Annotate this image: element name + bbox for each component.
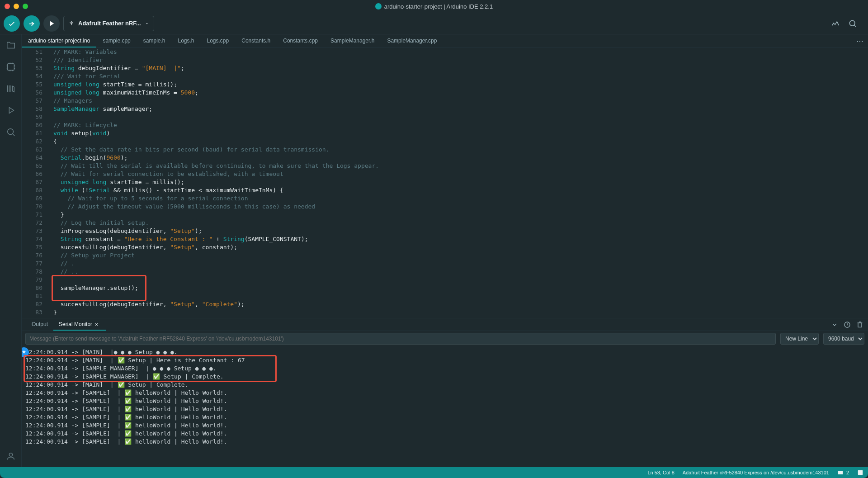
- verify-button[interactable]: [4, 15, 20, 32]
- bottom-panel: OutputSerial Monitor× New Line 9600 baud: [22, 318, 868, 467]
- usb-icon: [68, 20, 75, 27]
- sidebar-account[interactable]: [5, 450, 17, 463]
- baud-rate-select[interactable]: 9600 baud: [823, 333, 864, 345]
- line-ending-select[interactable]: New Line: [780, 333, 819, 345]
- serial-output-line: 12:24:00.914 -> [SAMPLE] | ✅ helloWorld …: [25, 397, 864, 405]
- tab-constants-cpp[interactable]: Constants.cpp: [277, 34, 324, 47]
- window-title-text: arduino-starter-project | Arduino IDE 2.…: [384, 3, 493, 10]
- serial-output-line: 12:24:00.914 -> [SAMPLE MANAGER] | ● ● ●…: [25, 364, 864, 373]
- debug-button[interactable]: [43, 15, 60, 32]
- tab-constants-h[interactable]: Constants.h: [235, 34, 277, 47]
- tab-sample-cpp[interactable]: sample.cpp: [96, 34, 137, 47]
- serial-output[interactable]: 12:24:00.914 -> [MAIN] |● ● ● Setup ● ● …: [22, 346, 868, 467]
- panel-tab-serial-monitor[interactable]: Serial Monitor×: [53, 318, 106, 331]
- tab-logs-cpp[interactable]: Logs.cpp: [201, 34, 236, 47]
- serial-output-line: 12:24:00.914 -> [SAMPLE MANAGER] | ✅ Set…: [25, 373, 864, 381]
- traffic-lights: [5, 4, 28, 9]
- svg-rect-6: [858, 470, 863, 475]
- serial-output-line: 12:24:00.914 -> [MAIN] | ✅ Setup | Compl…: [25, 381, 864, 389]
- arduino-icon: [375, 3, 382, 9]
- chevron-down-icon: [145, 21, 149, 26]
- minimize-window-button[interactable]: [14, 4, 19, 9]
- activity-sidebar: [0, 34, 22, 467]
- window-title: arduino-starter-project | Arduino IDE 2.…: [375, 3, 493, 10]
- toolbar: Adafruit Feather nRF...: [0, 13, 868, 34]
- sidebar-library-manager[interactable]: [5, 82, 17, 95]
- status-board-info[interactable]: Adafruit Feather nRF52840 Express on /de…: [683, 470, 829, 475]
- board-selector-label: Adafruit Feather nRF...: [78, 20, 141, 27]
- svg-point-2: [7, 129, 13, 135]
- statusbar: Ln 53, Col 8 Adafruit Feather nRF52840 E…: [0, 467, 868, 478]
- serial-output-line: 12:24:00.914 -> [SAMPLE] | ✅ helloWorld …: [25, 405, 864, 413]
- close-window-button[interactable]: [5, 4, 10, 9]
- status-cursor-position: Ln 53, Col 8: [647, 470, 674, 475]
- serial-output-line: 12:24:00.914 -> [SAMPLE] | ✅ helloWorld …: [25, 430, 864, 438]
- serial-output-line: 12:24:00.914 -> [MAIN] |● ● ● Setup ● ● …: [25, 348, 864, 356]
- sidebar-debug[interactable]: [5, 104, 17, 117]
- sidebar-boards-manager[interactable]: [5, 61, 17, 73]
- tab-samplemanager-cpp[interactable]: SampleManager.cpp: [381, 34, 443, 47]
- serial-output-line: 12:24:00.914 -> [SAMPLE] | ✅ helloWorld …: [25, 413, 864, 421]
- serial-output-line: 12:24:00.914 -> [SAMPLE] | ✅ helloWorld …: [25, 438, 864, 446]
- svg-point-3: [9, 453, 12, 456]
- svg-point-0: [849, 20, 855, 26]
- board-selector[interactable]: Adafruit Feather nRF...: [63, 16, 154, 31]
- tab-logs-h[interactable]: Logs.h: [171, 34, 200, 47]
- sidebar-search[interactable]: [5, 126, 17, 138]
- upload-button[interactable]: [24, 15, 40, 32]
- serial-plotter-button[interactable]: [829, 17, 842, 30]
- titlebar: arduino-starter-project | Arduino IDE 2.…: [0, 0, 868, 13]
- panel-clear-output[interactable]: [855, 320, 864, 329]
- editor-tabs: arduino-starter-project.inosample.cppsam…: [22, 34, 868, 48]
- serial-output-line: 12:24:00.914 -> [MAIN] | ✅ Setup | Here …: [25, 356, 864, 364]
- svg-rect-1: [7, 64, 14, 71]
- close-icon[interactable]: ×: [95, 322, 100, 327]
- sidebar-sketchbook[interactable]: [5, 39, 17, 52]
- serial-message-input[interactable]: [25, 333, 776, 345]
- tabs-more-button[interactable]: ⋯: [856, 37, 863, 46]
- serial-output-line: 12:24:00.914 -> [SAMPLE] | ✅ helloWorld …: [25, 421, 864, 430]
- tab-sample-h[interactable]: sample.h: [137, 34, 172, 47]
- svg-rect-5: [838, 471, 843, 474]
- serial-monitor-button[interactable]: [846, 17, 859, 30]
- code-editor[interactable]: 5152535455565758596061626364656667686970…: [22, 48, 868, 318]
- panel-tabs: OutputSerial Monitor×: [22, 318, 868, 331]
- status-notifications[interactable]: 2: [837, 469, 849, 476]
- serial-output-line: 12:24:00.914 -> [SAMPLE] | ✅ helloWorld …: [25, 389, 864, 397]
- maximize-window-button[interactable]: [23, 4, 28, 9]
- panel-toggle-autoscroll[interactable]: [830, 320, 839, 329]
- status-close-panel[interactable]: [857, 469, 863, 476]
- panel-tab-output[interactable]: Output: [26, 318, 53, 331]
- tab-arduino-starter-project-ino[interactable]: arduino-starter-project.ino: [22, 34, 96, 47]
- panel-toggle-timestamp[interactable]: [843, 320, 852, 329]
- tab-samplemanager-h[interactable]: SampleManager.h: [324, 34, 381, 47]
